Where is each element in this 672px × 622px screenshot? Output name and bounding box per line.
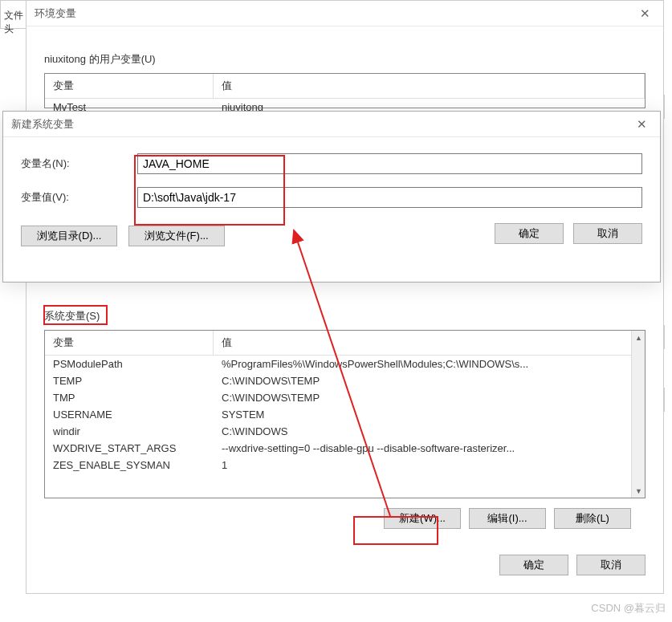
ok-button[interactable]: 确定 bbox=[495, 223, 564, 244]
new-dialog-title: 新建系统变量 bbox=[11, 117, 74, 132]
env-dialog-titlebar: 环境变量 ✕ bbox=[26, 1, 663, 26]
cell-variable: windir bbox=[45, 423, 214, 440]
user-vars-label: niuxitong 的用户变量(U) bbox=[44, 52, 646, 67]
cell-variable: USERNAME bbox=[45, 406, 214, 423]
col-variable: 变量 bbox=[45, 331, 214, 355]
close-icon[interactable]: ✕ bbox=[626, 1, 663, 26]
cell-value: SYSTEM bbox=[214, 406, 645, 423]
new-dialog-titlebar: 新建系统变量 ✕ bbox=[3, 112, 660, 137]
var-name-label: 变量名(N): bbox=[21, 157, 137, 171]
system-vars-table[interactable]: 变量 值 PSModulePath%ProgramFiles%\WindowsP… bbox=[44, 330, 646, 498]
table-row[interactable]: WXDRIVE_START_ARGS--wxdrive-setting=0 --… bbox=[45, 440, 645, 457]
cancel-button[interactable]: 取消 bbox=[573, 223, 642, 244]
close-icon[interactable]: ✕ bbox=[623, 112, 660, 137]
scroll-up-icon[interactable]: ▲ bbox=[632, 331, 646, 344]
cell-value: C:\WINDOWS\TEMP bbox=[214, 372, 645, 389]
table-row[interactable]: windirC:\WINDOWS bbox=[45, 423, 645, 440]
system-vars-label: 系统变量(S) bbox=[44, 309, 646, 323]
ok-button[interactable]: 确定 bbox=[499, 555, 568, 575]
side-panel-fragment bbox=[664, 388, 672, 412]
cell-value: --wxdrive-setting=0 --disable-gpu --disa… bbox=[214, 440, 645, 457]
col-variable: 变量 bbox=[45, 74, 214, 98]
cell-variable: ZES_ENABLE_SYSMAN bbox=[45, 457, 214, 474]
cell-value: C:\WINDOWS\TEMP bbox=[214, 389, 645, 406]
edit-var-button[interactable]: 编辑(I)... bbox=[469, 508, 546, 529]
table-row[interactable]: ZES_ENABLE_SYSMAN1 bbox=[45, 457, 645, 474]
file-tab-label: 文件头 bbox=[4, 9, 26, 36]
user-vars-table[interactable]: 变量 值 MvTest niuvitong bbox=[44, 73, 646, 108]
user-table-header: 变量 值 bbox=[45, 74, 645, 99]
browse-directory-button[interactable]: 浏览目录(D)... bbox=[21, 226, 117, 246]
scrollbar[interactable]: ▲ ▼ bbox=[631, 331, 645, 498]
new-var-button[interactable]: 新建(W)... bbox=[384, 508, 461, 529]
cell-value: 1 bbox=[214, 457, 645, 474]
col-value: 值 bbox=[214, 331, 645, 355]
new-system-variable-dialog: 新建系统变量 ✕ 变量名(N): 变量值(V): 浏览目录(D)... 浏览文件… bbox=[2, 111, 661, 283]
side-panel-fragment bbox=[664, 325, 672, 349]
cell-variable: TEMP bbox=[45, 372, 214, 389]
sys-table-header: 变量 值 bbox=[45, 331, 645, 356]
col-value: 值 bbox=[214, 74, 645, 98]
side-panel-fragment bbox=[664, 95, 672, 119]
cell-variable: PSModulePath bbox=[45, 356, 214, 372]
table-row[interactable]: PSModulePath%ProgramFiles%\WindowsPowerS… bbox=[45, 356, 645, 372]
cell-variable: WXDRIVE_START_ARGS bbox=[45, 440, 214, 457]
var-name-input[interactable] bbox=[137, 153, 642, 174]
cancel-button[interactable]: 取消 bbox=[576, 555, 646, 575]
cell-value: %ProgramFiles%\WindowsPowerShell\Modules… bbox=[214, 356, 645, 372]
table-row[interactable]: TEMPC:\WINDOWS\TEMP bbox=[45, 372, 645, 389]
var-value-label: 变量值(V): bbox=[21, 190, 137, 205]
environment-variables-dialog: 环境变量 ✕ niuxitong 的用户变量(U) 变量 值 MvTest ni… bbox=[26, 0, 664, 594]
table-row[interactable]: TMPC:\WINDOWS\TEMP bbox=[45, 389, 645, 406]
env-dialog-title: 环境变量 bbox=[35, 6, 76, 21]
table-row[interactable]: USERNAMESYSTEM bbox=[45, 406, 645, 423]
browse-file-button[interactable]: 浏览文件(F)... bbox=[128, 226, 225, 246]
delete-var-button[interactable]: 删除(L) bbox=[554, 508, 631, 529]
var-value-input[interactable] bbox=[137, 187, 642, 208]
cell-variable: TMP bbox=[45, 389, 214, 406]
watermark-text: CSDN @暮云归 bbox=[591, 601, 666, 616]
cell-value: C:\WINDOWS bbox=[214, 423, 645, 440]
scroll-down-icon[interactable]: ▼ bbox=[632, 484, 646, 498]
